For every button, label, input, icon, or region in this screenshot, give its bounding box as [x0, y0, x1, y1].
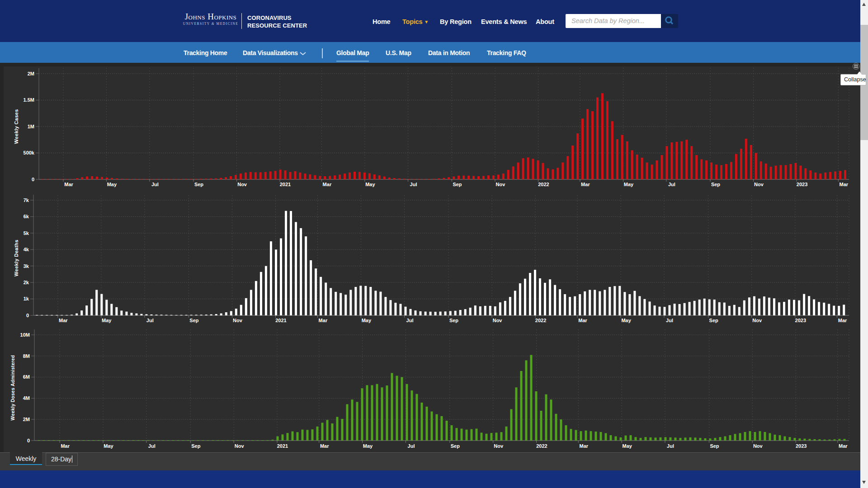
svg-text:Weekly Cases: Weekly Cases: [14, 109, 19, 144]
svg-text:Mar: Mar: [64, 182, 73, 187]
svg-text:Nov: Nov: [494, 443, 504, 449]
svg-text:May: May: [622, 443, 632, 449]
svg-text:Mar: Mar: [320, 443, 329, 449]
svg-text:0: 0: [26, 313, 29, 318]
svg-text:Jul: Jul: [666, 318, 673, 323]
svg-text:Mar: Mar: [323, 182, 332, 187]
svg-text:Nov: Nov: [752, 318, 762, 323]
svg-text:0: 0: [32, 177, 34, 182]
svg-text:May: May: [107, 182, 117, 187]
svg-text:2022: 2022: [538, 182, 549, 187]
svg-text:Jul: Jul: [406, 318, 414, 323]
svg-text:Nov: Nov: [233, 318, 243, 323]
svg-text:Jul: Jul: [410, 182, 417, 187]
svg-text:May: May: [363, 443, 373, 449]
svg-text:3k: 3k: [24, 263, 29, 269]
svg-text:4k: 4k: [24, 247, 29, 252]
svg-text:Nov: Nov: [493, 318, 503, 323]
svg-text:Mar: Mar: [838, 318, 847, 323]
svg-text:1M: 1M: [28, 124, 34, 129]
svg-text:May: May: [621, 318, 631, 323]
svg-text:Sep: Sep: [449, 318, 458, 323]
svg-text:Mar: Mar: [580, 443, 589, 449]
svg-text:1.5M: 1.5M: [24, 97, 34, 103]
svg-text:2021: 2021: [277, 443, 288, 449]
svg-text:2022: 2022: [535, 318, 546, 323]
svg-text:500k: 500k: [24, 150, 35, 155]
svg-text:2021: 2021: [280, 182, 291, 187]
svg-text:Weekly Doses Administered: Weekly Doses Administered: [10, 355, 15, 421]
svg-text:2M: 2M: [23, 417, 30, 422]
svg-text:Jul: Jul: [668, 182, 675, 187]
svg-text:8M: 8M: [23, 353, 30, 359]
svg-text:Sep: Sep: [709, 318, 718, 323]
svg-text:Mar: Mar: [839, 443, 848, 449]
svg-text:Nov: Nov: [235, 443, 245, 449]
svg-text:Mar: Mar: [61, 443, 70, 449]
svg-text:2021: 2021: [275, 318, 286, 323]
svg-text:4M: 4M: [23, 395, 30, 401]
svg-text:Mar: Mar: [578, 318, 587, 323]
svg-text:2M: 2M: [28, 71, 34, 76]
svg-text:10M: 10M: [20, 332, 30, 338]
svg-text:Weekly Deaths: Weekly Deaths: [14, 239, 19, 276]
svg-text:Jul: Jul: [146, 318, 154, 323]
svg-text:2023: 2023: [795, 318, 806, 323]
svg-text:6k: 6k: [24, 214, 29, 219]
svg-text:Jul: Jul: [151, 182, 159, 187]
svg-text:Jul: Jul: [408, 443, 415, 449]
svg-text:7k: 7k: [24, 197, 29, 203]
svg-text:Jul: Jul: [148, 443, 156, 449]
svg-text:Sep: Sep: [194, 182, 203, 187]
svg-text:Sep: Sep: [189, 318, 198, 323]
svg-text:2k: 2k: [24, 280, 29, 285]
svg-text:6M: 6M: [23, 374, 30, 380]
svg-text:Mar: Mar: [59, 318, 68, 323]
svg-text:Sep: Sep: [710, 443, 719, 449]
svg-text:Sep: Sep: [711, 182, 720, 187]
svg-text:May: May: [624, 182, 634, 187]
svg-text:5k: 5k: [24, 230, 29, 236]
svg-text:Sep: Sep: [453, 182, 462, 187]
svg-text:Sep: Sep: [451, 443, 460, 449]
svg-text:0: 0: [27, 438, 30, 443]
svg-text:Sep: Sep: [191, 443, 200, 449]
svg-text:Nov: Nov: [496, 182, 506, 187]
svg-text:Mar: Mar: [840, 182, 849, 187]
svg-text:2023: 2023: [796, 443, 807, 449]
svg-text:2023: 2023: [797, 182, 807, 187]
svg-text:Nov: Nov: [753, 443, 763, 449]
svg-text:May: May: [365, 182, 375, 187]
svg-text:May: May: [104, 443, 113, 449]
svg-text:Nov: Nov: [237, 182, 247, 187]
svg-text:Mar: Mar: [319, 318, 328, 323]
svg-text:Mar: Mar: [581, 182, 590, 187]
svg-text:Nov: Nov: [754, 182, 764, 187]
svg-text:May: May: [102, 318, 112, 323]
svg-text:Jul: Jul: [667, 443, 674, 449]
svg-text:2022: 2022: [536, 443, 547, 449]
svg-text:1k: 1k: [24, 296, 29, 301]
svg-text:May: May: [362, 318, 372, 323]
